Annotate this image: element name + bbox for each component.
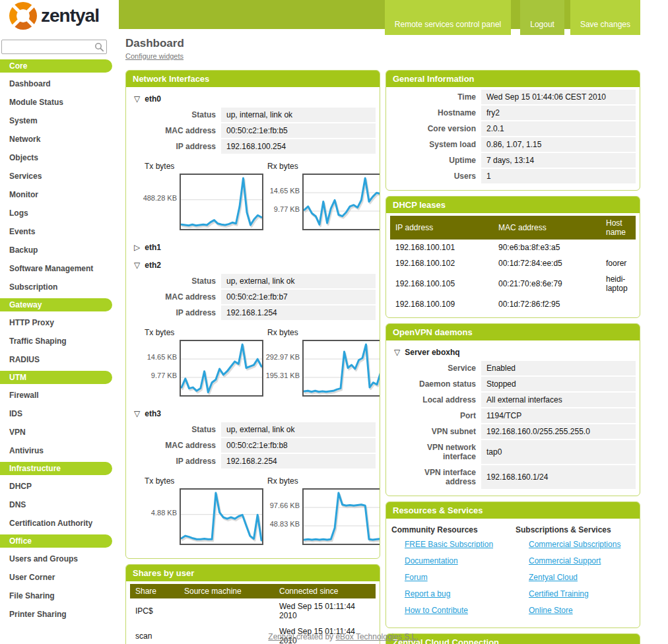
info-row: Daemon statusStopped: [390, 377, 636, 391]
graph-y-label: 48.83 KB: [270, 520, 300, 528]
search-input[interactable]: [1, 40, 107, 54]
sidebar-item-network[interactable]: Network: [0, 130, 112, 148]
sidebar-item-file-sharing[interactable]: File Sharing: [0, 587, 112, 605]
info-label: Status: [130, 108, 221, 122]
sidebar-item-dashboard[interactable]: Dashboard: [0, 75, 112, 93]
info-value: 1: [481, 169, 636, 183]
footer-zentyal-link[interactable]: Zentyal: [268, 632, 294, 641]
graph-y-label: 97.66 KB: [270, 501, 300, 509]
info-row: Port1194/TCP: [390, 408, 636, 423]
sidebar-item-user-corner[interactable]: User Corner: [0, 568, 112, 587]
info-label: Service: [390, 361, 481, 375]
graph-y-labels: 14.65 KB9.77 KB: [145, 340, 180, 397]
interface-toggle-eth2[interactable]: ▽eth2: [130, 256, 376, 274]
sidebar-item-antivirus[interactable]: Antivirus: [0, 441, 112, 460]
widget-dhcp-leases: DHCP leases IP addressMAC addressHost na…: [385, 196, 640, 318]
info-value: Stopped: [481, 377, 636, 391]
footer-ebox-link[interactable]: eBox Technologies S.L.: [335, 632, 418, 641]
sidebar-item-logs[interactable]: Logs: [0, 204, 112, 222]
sidebar-item-printer-sharing[interactable]: Printer Sharing: [0, 605, 112, 624]
graph-body: 4.88 KB: [145, 488, 263, 545]
info-row: System load0.86, 1.07, 1.15: [390, 137, 636, 152]
interface-toggle-eth3[interactable]: ▽eth3: [130, 404, 376, 422]
info-value: 00:50:c2:1e:fb:b8: [221, 438, 376, 453]
sidebar-item-ids[interactable]: IDS: [0, 404, 112, 423]
info-row: Statusup, internal, link ok: [130, 108, 376, 122]
resource-link-documentation[interactable]: Documentation: [405, 556, 513, 565]
sidebar-item-software-management[interactable]: Software Management: [0, 259, 112, 278]
info-value: 192.168.1.254: [221, 306, 376, 320]
widget-title: Resources & Services: [386, 502, 640, 519]
interface-toggle-eth1[interactable]: ▷eth1: [130, 238, 376, 256]
info-label: Port: [390, 408, 481, 423]
openvpn-server-toggle[interactable]: ▽Server eboxhq: [390, 343, 636, 361]
column-header: Connected since: [274, 584, 376, 598]
graph-y-labels: 4.88 KB: [145, 488, 180, 545]
search-icon[interactable]: [94, 42, 104, 52]
column-header: Share: [130, 584, 179, 598]
graph-plot: [180, 340, 263, 397]
resource-link-zentyal-cloud[interactable]: Zentyal Cloud: [529, 573, 637, 582]
sidebar-item-monitor[interactable]: Monitor: [0, 185, 112, 204]
graph-y-label: 14.65 KB: [270, 187, 300, 195]
info-value: fry2: [481, 106, 636, 120]
sidebar-item-radius[interactable]: RADIUS: [0, 350, 112, 369]
info-label: Users: [390, 169, 481, 183]
info-value: up, internal, link ok: [221, 108, 376, 122]
resource-link-forum[interactable]: Forum: [405, 573, 513, 582]
resource-link-report-a-bug[interactable]: Report a bug: [405, 589, 513, 598]
interface-details: Statusup, internal, link okMAC address00…: [130, 108, 376, 154]
resource-link-certified-training[interactable]: Certified Training: [529, 589, 637, 598]
sidebar-item-users-and-groups[interactable]: Users and Groups: [0, 550, 112, 568]
table-cell: 192.168.100.101: [390, 240, 493, 255]
chevron-down-icon: ▽: [134, 261, 140, 269]
table-row: 192.168.100.10500:21:70:e8:6e:79heidi-la…: [390, 271, 636, 296]
main-content: Dashboard Configure widgets Network Inte…: [125, 37, 640, 644]
sidebar-item-dhcp[interactable]: DHCP: [0, 477, 112, 496]
resource-link-free-basic-subscription[interactable]: FREE Basic Subscription: [405, 540, 513, 549]
sidebar-item-subscription[interactable]: Subscription: [0, 278, 112, 296]
sidebar-item-vpn[interactable]: VPN: [0, 423, 112, 441]
resource-link-commercial-support[interactable]: Commercial Support: [529, 556, 637, 565]
sidebar-item-certification-authority[interactable]: Certification Authority: [0, 514, 112, 532]
sidebar-item-firewall[interactable]: Firewall: [0, 386, 112, 404]
sidebar-item-module-status[interactable]: Module Status: [0, 93, 112, 112]
sidebar-section-gateway: Gateway: [0, 298, 112, 311]
resource-link-online-store[interactable]: Online Store: [529, 606, 637, 615]
table-row: 192.168.100.10900:1d:72:86:f2:95: [390, 296, 636, 312]
graph-body: 14.65 KB9.77 KB: [145, 340, 263, 397]
column-header: Source machine: [179, 584, 274, 598]
sidebar-item-http-proxy[interactable]: HTTP Proxy: [0, 313, 112, 332]
interface-name: eth1: [145, 243, 161, 252]
resource-link-commercial-subscriptions[interactable]: Commercial Subscriptions: [529, 540, 637, 549]
sidebar-item-traffic-shaping[interactable]: Traffic Shaping: [0, 332, 112, 350]
info-row: Users1: [390, 169, 636, 183]
configure-widgets-link[interactable]: Configure widgets: [125, 52, 184, 60]
resource-link-how-to-contribute[interactable]: How to Contribute: [405, 606, 513, 615]
graph-y-label: 9.77 KB: [274, 205, 300, 213]
sidebar-item-services[interactable]: Services: [0, 167, 112, 185]
sidebar-item-objects[interactable]: Objects: [0, 148, 112, 167]
info-row: IP address192.168.2.254: [130, 454, 376, 468]
interface-toggle-eth0[interactable]: ▽eth0: [130, 90, 376, 108]
logout-button[interactable]: Logout: [520, 0, 564, 35]
table-row: 192.168.100.10200:1d:72:84:ee:d5foorer: [390, 255, 636, 271]
info-label: Status: [130, 422, 221, 437]
info-value: 00:50:c2:1e:fb:b7: [221, 290, 376, 304]
info-label: VPN interface address: [390, 465, 481, 489]
chevron-down-icon: ▽: [134, 95, 140, 103]
sidebar-item-system[interactable]: System: [0, 112, 112, 130]
sidebar-item-backup[interactable]: Backup: [0, 241, 112, 259]
sidebar-item-events[interactable]: Events: [0, 222, 112, 241]
sidebar-item-dns[interactable]: DNS: [0, 496, 112, 514]
graph-title: Rx bytes: [267, 328, 380, 337]
left-column: Network Interfaces ▽eth0Statusup, intern…: [125, 70, 380, 644]
info-label: Uptime: [390, 153, 481, 168]
info-value: 192.168.2.254: [221, 454, 376, 468]
search-box: [1, 40, 110, 54]
remote-services-button[interactable]: Remote services control panel: [385, 0, 511, 35]
save-changes-button[interactable]: Save changes: [570, 0, 640, 35]
column-header: Host name: [601, 216, 636, 240]
table-cell: 192.168.100.102: [390, 255, 493, 271]
widget-general-information: General Information TimeWed Sep 15 01:44…: [385, 70, 640, 191]
